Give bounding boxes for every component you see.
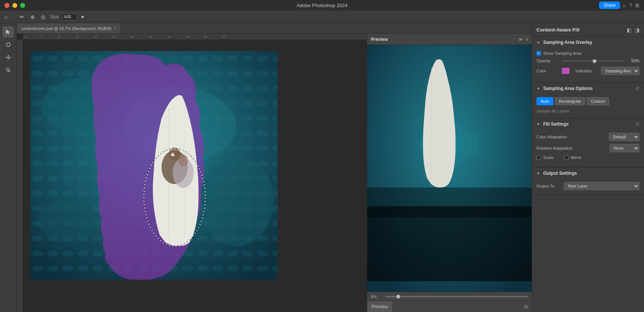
output-settings-header[interactable]: ▼ Output Settings	[532, 168, 644, 179]
custom-button[interactable]: Custom	[587, 97, 609, 105]
color-label: Color	[536, 69, 559, 73]
scale-mirror-row: Scale Mirror	[536, 155, 640, 160]
preview-header-icons: ≫ ≡	[518, 37, 528, 42]
document-tab[interactable]: contentmove.psd @ 16.7% (Background, RGB…	[17, 23, 121, 33]
mirror-checkbox[interactable]	[564, 155, 569, 160]
color-adaptation-label: Color Adaptation	[536, 135, 606, 139]
maximize-button[interactable]	[20, 3, 25, 8]
sampling-options-content: Auto Rectangular Custom Sample All Layer…	[532, 94, 644, 118]
output-settings-section: ▼ Output Settings Output To New Layer Cu…	[532, 168, 644, 195]
size-input[interactable]	[62, 14, 77, 20]
fill-settings-title: Fill Settings	[543, 122, 632, 127]
fill-settings-content: Color Adaptation Default None High Very …	[532, 130, 644, 167]
lasso-tool[interactable]	[3, 39, 14, 50]
scale-row: Scale	[536, 155, 554, 160]
menu-icon[interactable]: ≡	[525, 37, 528, 42]
share-button[interactable]: Share	[599, 2, 620, 9]
size-dropdown[interactable]: ▾	[80, 13, 85, 21]
right-panel-header: Content-Aware Fill ◧ ◨	[532, 23, 644, 37]
progress-bar: 8%	[367, 292, 532, 301]
move-tool[interactable]	[3, 52, 14, 63]
fill-settings-header[interactable]: ▼ Fill Settings ↺	[532, 118, 644, 130]
home-button[interactable]: ⌂	[3, 13, 9, 21]
rectangular-button[interactable]: Rectangular	[555, 97, 585, 105]
sampling-options-header[interactable]: ▼ Sampling Area Options ↺	[532, 83, 644, 94]
arrange-icon[interactable]: ⊞	[635, 2, 640, 8]
fill-settings-section: ▼ Fill Settings ↺ Color Adaptation Defau…	[532, 118, 644, 168]
sampling-method-group: Auto Rectangular Custom	[536, 97, 640, 105]
sampling-options-title: Sampling Area Options	[543, 86, 632, 91]
opacity-value: 50%	[626, 58, 640, 63]
titlebar-right: Share ⌕ ? ⊞	[599, 2, 640, 9]
canvas-area[interactable]: 0 5 10 15 20 25 30 35 40 45 50 55	[17, 34, 367, 312]
svg-point-0	[6, 43, 10, 46]
window-controls[interactable]	[4, 3, 25, 8]
panel-expand-icon[interactable]: ⊟	[520, 304, 532, 309]
toolbar-separator	[13, 14, 14, 20]
svg-point-16	[178, 154, 188, 166]
right-panel-controls: ◧ ◨	[627, 27, 640, 33]
show-sampling-checkbox[interactable]	[536, 51, 541, 56]
toolbar: ⌂ ✏ ⊕ ◎ Size ▾	[0, 10, 644, 23]
preview-header-left: Preview	[371, 37, 388, 42]
opacity-row: Opacity 50%	[536, 58, 640, 64]
sampling-options-chevron: ▼	[536, 87, 540, 91]
sampling-overlay-title: Sampling Area Overlay	[543, 40, 640, 45]
color-row: Color Indicates Sampling Area	[536, 67, 640, 75]
preview-content-area	[367, 45, 532, 292]
tab-preview-button[interactable]: Preview	[367, 301, 392, 312]
canvas-content[interactable]	[23, 40, 367, 312]
help-icon[interactable]: ?	[629, 2, 632, 8]
output-to-label: Output To	[536, 184, 561, 188]
preview-image	[367, 45, 532, 292]
preview-panel-header: Preview ≫ ≡	[367, 34, 532, 45]
fill-settings-reset[interactable]: ↺	[635, 121, 640, 127]
preview-panel: Preview ≫ ≡	[367, 34, 532, 312]
sampling-options-reset[interactable]: ↺	[635, 86, 640, 92]
left-panel-icon[interactable]: ◧	[627, 27, 632, 33]
close-button[interactable]	[4, 3, 9, 8]
opacity-slider[interactable]	[562, 58, 623, 64]
scale-checkbox[interactable]	[536, 155, 541, 160]
auto-button[interactable]: Auto	[536, 97, 553, 105]
preview-title: Preview	[371, 37, 388, 42]
color-adaptation-dropdown[interactable]: Default None High Very High	[609, 133, 640, 141]
right-panel-close-icon[interactable]: ◨	[635, 27, 640, 33]
sampling-overlay-section: ▼ Sampling Area Overlay Show Sampling Ar…	[532, 37, 644, 83]
show-sampling-label: Show Sampling Area	[543, 51, 581, 56]
right-panel: Content-Aware Fill ◧ ◨ ▼ Sampling Area O…	[532, 23, 644, 312]
color-swatch[interactable]	[562, 68, 569, 74]
tab-filename: contentmove.psd @ 16.7% (Background, RGB…	[21, 26, 111, 31]
minimize-button[interactable]	[12, 3, 17, 8]
opacity-thumb[interactable]	[593, 59, 596, 63]
tab-close-button[interactable]: ×	[114, 26, 116, 30]
output-settings-chevron: ▼	[536, 171, 540, 176]
svg-point-10	[38, 197, 98, 242]
opacity-track	[562, 60, 623, 62]
svg-point-9	[199, 156, 274, 246]
fill-settings-chevron: ▼	[536, 122, 540, 126]
output-settings-content: Output To New Layer Current Layer Duplic…	[532, 179, 644, 195]
rotation-adaptation-dropdown[interactable]: None Low Medium High Full	[610, 144, 640, 152]
zoom-tool[interactable]	[3, 64, 14, 76]
sampling-overlay-header[interactable]: ▼ Sampling Area Overlay	[532, 37, 644, 48]
expand-icon[interactable]: ≫	[518, 37, 523, 42]
output-to-dropdown[interactable]: New Layer Current Layer Duplicate Layer	[564, 182, 640, 190]
progress-thumb[interactable]	[396, 295, 400, 298]
mirror-label: Mirror	[571, 155, 582, 160]
preset-tool[interactable]: ◎	[39, 13, 47, 21]
canvas-and-preview: 0 5 10 15 20 25 30 35 40 45 50 55	[17, 34, 532, 312]
mirror-row: Mirror	[564, 155, 582, 160]
svg-rect-25	[367, 188, 532, 218]
indicates-dropdown[interactable]: Sampling Area	[601, 67, 640, 75]
ruler-top: 0 5 10 15 20 25 30 35 40 45 50 55	[23, 34, 367, 40]
sampling-overlay-chevron: ▼	[536, 40, 540, 45]
progress-track[interactable]	[385, 296, 528, 297]
add-tool[interactable]: ⊕	[29, 13, 36, 21]
size-label: Size	[50, 14, 58, 20]
svg-point-1	[6, 68, 9, 71]
brush-tool[interactable]: ✏	[18, 13, 26, 21]
sample-all-layers-label: Sample All Layers	[536, 109, 569, 116]
selection-tool[interactable]	[3, 26, 14, 38]
search-icon[interactable]: ⌕	[623, 2, 626, 8]
